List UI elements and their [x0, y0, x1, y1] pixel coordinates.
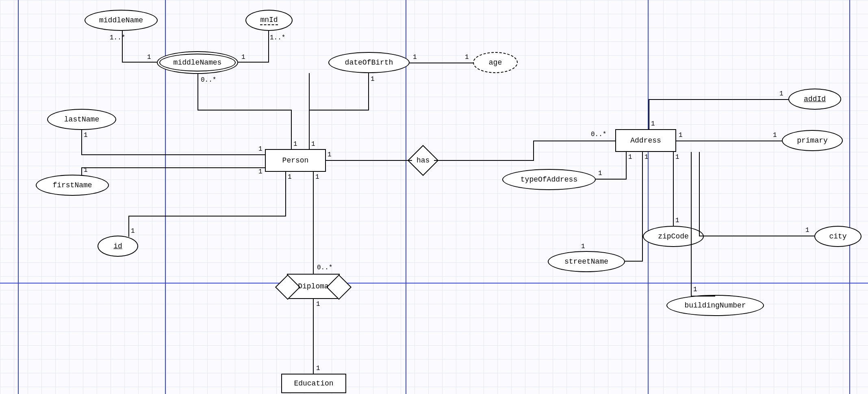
cardinality: 1	[131, 227, 135, 235]
attribute-mnId[interactable]: mnId	[245, 10, 293, 31]
entity-label: Education	[294, 379, 333, 388]
attribute-city[interactable]: city	[814, 226, 861, 247]
connector	[649, 99, 788, 100]
attribute-label: mnId	[260, 16, 278, 25]
connector	[81, 167, 265, 168]
entity-address[interactable]: Address	[615, 129, 676, 152]
cardinality: 1	[779, 90, 783, 97]
cardinality: 1	[315, 173, 319, 181]
diagram-canvas[interactable]: Person middleNames middleName mnId dateO…	[0, 0, 868, 394]
attribute-label: middleNames	[174, 58, 222, 67]
cardinality: 1	[293, 141, 297, 148]
cardinality: 1	[258, 145, 263, 153]
connector	[81, 154, 265, 155]
connector	[81, 167, 82, 175]
cardinality: 0..*	[591, 131, 606, 138]
attribute-buildingNumber[interactable]: buildingNumber	[666, 295, 764, 316]
attribute-dateOfBirth[interactable]: dateOfBirth	[328, 52, 410, 73]
connector	[533, 141, 534, 161]
attribute-middleName[interactable]: middleName	[85, 10, 158, 31]
connector	[128, 216, 129, 237]
connector	[368, 73, 369, 110]
cardinality: 1	[651, 120, 655, 128]
cardinality: 1	[84, 132, 88, 139]
cardinality: 1	[316, 301, 320, 308]
connector	[326, 160, 412, 161]
cardinality: 1..*	[110, 34, 125, 41]
attribute-label: zipCode	[658, 232, 689, 240]
connector	[81, 130, 82, 155]
cardinality: 1	[628, 154, 632, 161]
connector	[691, 152, 692, 297]
connector	[197, 110, 292, 110]
attribute-addId[interactable]: addId	[788, 89, 841, 110]
attribute-label: city	[829, 232, 846, 240]
cardinality: 1	[311, 141, 315, 148]
attribute-label: lastName	[64, 115, 99, 123]
entity-label: Person	[282, 156, 309, 165]
relationship-label: has	[417, 156, 430, 165]
connector	[238, 62, 269, 63]
connector	[309, 110, 369, 110]
attribute-age[interactable]: age	[473, 52, 518, 73]
attribute-label: id	[113, 242, 122, 250]
entity-person[interactable]: Person	[265, 149, 326, 172]
attribute-lastName[interactable]: lastName	[47, 109, 116, 130]
cardinality: 1	[241, 54, 245, 61]
associative-entity-diploma[interactable]: Diploma	[287, 274, 340, 299]
attribute-id[interactable]: id	[98, 236, 138, 257]
cardinality: 1	[371, 76, 375, 83]
cardinality: 1	[288, 173, 292, 181]
attribute-middleNames[interactable]: middleNames	[157, 51, 238, 74]
cardinality: 1	[581, 243, 585, 250]
connector	[649, 99, 649, 129]
connector	[676, 141, 782, 141]
attribute-label: addId	[804, 95, 826, 103]
attribute-firstName[interactable]: firstName	[36, 175, 109, 196]
connector	[434, 160, 534, 161]
cardinality: 1	[773, 132, 777, 139]
connector	[122, 62, 157, 63]
connector	[596, 179, 627, 180]
entity-education[interactable]: Education	[281, 374, 346, 393]
cardinality: 0..*	[317, 264, 332, 271]
connector	[691, 296, 715, 297]
cardinality: 1	[413, 54, 417, 61]
attribute-typeOfAddress[interactable]: typeOfAddress	[502, 169, 596, 190]
connector	[533, 141, 615, 141]
attribute-label: typeOfAddress	[521, 175, 577, 184]
connector	[673, 152, 674, 226]
connector	[128, 216, 286, 216]
connector	[699, 236, 814, 236]
cardinality: 1	[598, 170, 602, 177]
connector	[699, 152, 700, 236]
attribute-label: streetName	[564, 258, 608, 266]
connector	[291, 110, 292, 149]
cardinality: 1	[258, 168, 263, 175]
attribute-label: firstName	[52, 181, 92, 189]
attribute-label: middleName	[99, 16, 143, 24]
connector	[309, 73, 310, 149]
attribute-primary[interactable]: primary	[782, 130, 843, 151]
cardinality: 1	[679, 132, 683, 139]
attribute-label: primary	[797, 136, 828, 145]
connector	[313, 172, 314, 274]
associative-entity-label: Diploma	[298, 282, 329, 290]
entity-label: Address	[630, 136, 661, 145]
cardinality: 1	[84, 167, 88, 174]
cardinality: 0..*	[201, 76, 216, 84]
cardinality: 1	[675, 217, 679, 224]
connector	[410, 63, 473, 63]
cardinality: 1..*	[270, 34, 285, 41]
attribute-label: buildingNumber	[684, 301, 746, 310]
cardinality: 1	[465, 54, 469, 61]
cardinality: 1	[147, 54, 151, 61]
attribute-streetName[interactable]: streetName	[548, 251, 625, 272]
cardinality: 1	[805, 227, 809, 234]
cardinality: 1	[675, 154, 679, 161]
attribute-zipCode[interactable]: zipCode	[643, 226, 704, 247]
cardinality: 1	[644, 154, 649, 161]
cardinality: 1	[693, 286, 697, 293]
cardinality: 1	[328, 151, 332, 158]
connector	[197, 74, 198, 110]
